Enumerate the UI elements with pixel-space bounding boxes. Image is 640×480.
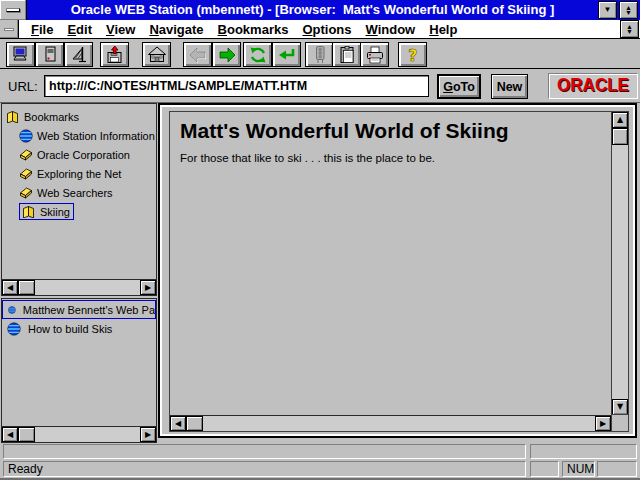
info-panel-right (530, 444, 637, 459)
open-file-button[interactable] (100, 42, 129, 67)
svg-text:?: ? (408, 46, 417, 64)
bookmark-item-web-searchers[interactable]: Web Searchers (19, 183, 156, 202)
globe-icon (7, 322, 21, 336)
minimize-button[interactable]: ▼ (598, 1, 617, 19)
bookmarks-tree: Bookmarks Web Station Information (2, 104, 156, 279)
menu-bookmarks[interactable]: Bookmarks (211, 22, 296, 37)
menu-help[interactable]: Help (422, 22, 464, 37)
menu-edit[interactable]: Edit (60, 22, 99, 37)
open-book-icon (21, 205, 36, 218)
menu-file[interactable]: File (24, 22, 60, 37)
flag-button[interactable] (64, 42, 93, 67)
scroll-up-button[interactable]: ▲ (612, 112, 628, 128)
closed-book-icon (19, 167, 33, 180)
reload-button[interactable] (243, 42, 272, 67)
home-button[interactable] (142, 42, 171, 67)
bookmark-item-oracle-corporation[interactable]: Oracle Corporation (19, 145, 156, 164)
return-arrow-icon (277, 46, 297, 64)
selected-bookmark: Skiing (19, 203, 74, 220)
server-button[interactable] (35, 42, 64, 67)
new-button[interactable]: New (491, 74, 528, 99)
scroll-thumb[interactable] (18, 427, 35, 442)
num-lock-indicator: NUM (562, 461, 595, 477)
computer-icon (11, 46, 31, 64)
globe-icon (19, 129, 33, 143)
document-vertical-scrollbar[interactable]: ▲ ▼ (611, 112, 628, 415)
scroll-right-button[interactable]: ▶ (595, 416, 611, 431)
bookmark-item-web-station-information[interactable]: Web Station Information (19, 126, 156, 145)
down-arrow-icon: ▼ (625, 10, 632, 15)
url-label: URL: (8, 79, 38, 94)
status-cell-empty-1 (530, 461, 559, 477)
menu-view[interactable]: View (99, 22, 142, 37)
status-message: Ready (3, 461, 526, 477)
window-control-menu-button[interactable] (0, 0, 27, 20)
bookmarks-horizontal-scrollbar[interactable]: ◀ ▶ (2, 279, 156, 295)
url-input[interactable] (44, 75, 429, 97)
back-arrow-icon (188, 46, 208, 64)
bookmark-root[interactable]: Bookmarks (2, 107, 156, 126)
address-bar: URL: GoTo New ORACLE (0, 70, 640, 103)
return-button[interactable] (272, 42, 301, 67)
menu-options[interactable]: Options (295, 22, 358, 37)
status-cell-empty-2 (597, 461, 637, 477)
scroll-down-button[interactable]: ▼ (612, 399, 628, 415)
info-panel-left (3, 444, 526, 459)
closed-book-icon (19, 148, 33, 161)
down-arrow-icon: ▼ (626, 29, 633, 34)
control-menu-dash-icon (4, 28, 14, 31)
document-panel: Matt's Wonderful World of Skiing For tho… (169, 111, 629, 432)
child-window-control-menu-button[interactable] (0, 20, 19, 38)
toolbar: ? (0, 40, 640, 69)
scroll-thumb[interactable] (18, 280, 35, 295)
closed-book-icon (19, 186, 33, 199)
save-upload-icon (105, 46, 125, 64)
control-menu-dash-icon (6, 8, 20, 12)
scroll-right-button[interactable]: ▶ (140, 427, 156, 442)
scroll-left-button[interactable]: ◀ (2, 427, 18, 442)
stop-button[interactable] (305, 42, 334, 67)
scroll-track[interactable] (35, 427, 140, 442)
scroll-left-button[interactable]: ◀ (170, 416, 186, 431)
oracle-logo: ORACLE (557, 76, 629, 97)
paste-button[interactable] (332, 42, 361, 67)
globe-icon (8, 303, 16, 317)
link-item-matthew-bennetts-web-page[interactable]: Matthew Bennett's Web Pa (2, 300, 156, 319)
restore-button[interactable]: ▲ ▼ (619, 1, 638, 19)
page-heading: Matt's Wonderful World of Skiing (180, 119, 601, 143)
link-item-how-to-build-skis[interactable]: How to build Skis (2, 319, 156, 338)
goto-button[interactable]: GoTo (437, 74, 481, 99)
scroll-track[interactable] (612, 145, 628, 399)
scroll-thumb[interactable] (612, 128, 628, 145)
flag-icon (69, 46, 89, 64)
printer-icon (365, 46, 385, 64)
server-icon (40, 46, 60, 64)
bookmark-item-exploring-the-net[interactable]: Exploring the Net (19, 164, 156, 183)
scroll-track[interactable] (35, 280, 140, 295)
back-button[interactable] (183, 42, 212, 67)
document-horizontal-scrollbar[interactable]: ◀ ▶ (170, 415, 611, 431)
menu-navigate[interactable]: Navigate (142, 22, 210, 37)
menu-window[interactable]: Window (359, 22, 423, 37)
scrollbar-corner (611, 414, 628, 431)
links-horizontal-scrollbar[interactable]: ◀ ▶ (2, 426, 156, 442)
scroll-thumb[interactable] (186, 416, 203, 431)
scroll-track[interactable] (203, 416, 595, 431)
bookmark-item-skiing[interactable]: Skiing (19, 202, 156, 221)
print-button[interactable] (360, 42, 389, 67)
scroll-left-button[interactable]: ◀ (2, 280, 18, 295)
document-content: Matt's Wonderful World of Skiing For tho… (170, 112, 611, 414)
page-links-panel: Matthew Bennett's Web Pa How to build Sk… (1, 298, 157, 443)
forward-arrow-icon (217, 46, 237, 64)
view-source-button[interactable] (6, 42, 35, 67)
child-window-restore-button[interactable]: ▲ ▼ (620, 20, 639, 38)
help-button[interactable]: ? (398, 42, 427, 67)
reload-icon (248, 46, 268, 64)
title-bar: Oracle WEB Station (mbennett) - [Browser… (0, 0, 640, 20)
clipboard-icon (337, 46, 357, 64)
forward-button[interactable] (212, 42, 241, 67)
scroll-right-button[interactable]: ▶ (140, 280, 156, 295)
menu-items: File Edit View Navigate Bookmarks Option… (24, 22, 464, 37)
traffic-light-icon (310, 46, 330, 64)
help-question-icon: ? (403, 46, 423, 64)
